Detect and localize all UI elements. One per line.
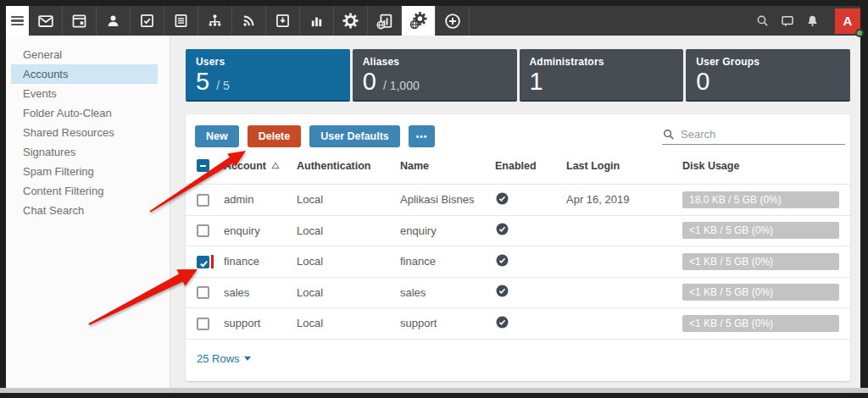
mail-icon — [36, 12, 55, 30]
new-item-button[interactable] — [436, 6, 470, 36]
sidebar-item-folder-auto-clean[interactable]: Folder Auto-Clean — [11, 103, 158, 123]
tab-rss-feeds[interactable] — [232, 6, 266, 36]
new-button[interactable]: New — [195, 125, 239, 147]
stat-label: Users — [196, 56, 340, 68]
disk-usage-badge: 18.0 KB / 5 GB (0%) — [682, 191, 839, 208]
user-defaults-button[interactable]: User Defaults — [309, 125, 400, 147]
stat-card-user-groups[interactable]: User Groups 0 — [686, 49, 850, 102]
stat-card-administrators[interactable]: Administrators 1 — [520, 49, 684, 102]
stat-card-aliases[interactable]: Aliases 0 / 1,000 — [353, 49, 517, 102]
stat-value: 1 — [530, 68, 543, 95]
notifications-button[interactable] — [805, 14, 820, 28]
column-header-account[interactable]: Account — [224, 160, 297, 172]
disk-usage-badge: <1 KB / 5 GB (0%) — [682, 315, 839, 332]
app-window: A General Accounts Events Folder Auto-Cl… — [6, 6, 860, 388]
table-row[interactable]: admin Local Aplikasi Bisnes Apr 16, 2019… — [186, 184, 850, 215]
sidebar-item-accounts[interactable]: Accounts — [11, 64, 158, 84]
chart-globe-icon — [376, 12, 394, 30]
row-checkbox-finance-checked[interactable] — [197, 256, 209, 268]
tab-reports[interactable] — [300, 6, 334, 36]
row-checkbox[interactable] — [197, 224, 209, 237]
sidebar-item-spam-filtering[interactable]: Spam Filtering — [11, 162, 158, 181]
tab-mail[interactable] — [29, 6, 63, 36]
cell-name: finance — [400, 255, 495, 268]
rows-per-page-selector[interactable]: 25 Rows — [197, 352, 251, 365]
stat-label: User Groups — [696, 56, 840, 68]
rss-icon — [240, 12, 258, 30]
table-row[interactable]: finance Local finance <1 KB / 5 GB (0%) — [186, 246, 850, 277]
calendar-icon — [70, 12, 88, 30]
main-panel: Users 5 / 5 Aliases 0 / 1,000 Administra… — [170, 36, 860, 388]
row-checkbox[interactable] — [197, 194, 209, 207]
search-button[interactable] — [755, 14, 770, 28]
delete-button[interactable]: Delete — [248, 125, 302, 147]
avatar-letter: A — [843, 14, 853, 28]
sitemap-icon — [206, 12, 224, 30]
select-all-checkbox[interactable] — [197, 159, 209, 172]
sidebar-item-content-filtering[interactable]: Content Filtering — [11, 181, 158, 201]
stat-label: Aliases — [363, 56, 507, 68]
more-actions-button[interactable]: ••• — [409, 125, 436, 147]
menu-toggle-button[interactable] — [6, 6, 29, 36]
table-row[interactable]: sales Local sales <1 KB / 5 GB (0%) — [186, 277, 850, 308]
tab-domain-settings[interactable] — [402, 6, 436, 36]
column-header-disk-usage[interactable]: Disk Usage — [682, 160, 839, 172]
tab-contacts[interactable] — [97, 6, 131, 36]
tab-calendar[interactable] — [63, 6, 97, 36]
cell-authentication: Local — [297, 286, 400, 299]
chevron-down-icon — [244, 357, 251, 361]
cell-authentication: Local — [297, 317, 400, 329]
tab-domain-reports[interactable] — [368, 6, 402, 36]
tab-connections[interactable] — [198, 6, 232, 36]
disk-usage-badge: <1 KB / 5 GB (0%) — [682, 253, 839, 270]
sidebar-item-signatures[interactable]: Signatures — [11, 142, 158, 162]
column-header-authentication[interactable]: Authentication — [297, 160, 400, 172]
users-table-card: New Delete User Defaults ••• — [186, 114, 850, 381]
column-header-name[interactable]: Name — [400, 160, 495, 172]
enabled-check-icon — [495, 222, 509, 236]
column-header-last-login[interactable]: Last Login — [566, 160, 682, 172]
stat-suffix: / 5 — [216, 79, 230, 92]
cell-account: admin — [224, 193, 297, 206]
search-icon — [755, 14, 770, 28]
sidebar-item-chat-search[interactable]: Chat Search — [11, 201, 158, 220]
content-area: General Accounts Events Folder Auto-Clea… — [6, 36, 860, 388]
stat-card-users[interactable]: Users 5 / 5 — [186, 49, 350, 102]
topbar: A — [6, 6, 860, 36]
chat-button[interactable] — [780, 14, 795, 29]
avatar[interactable]: A — [835, 8, 860, 34]
table-header-row: Account Authentication Name Enabled Last… — [186, 147, 850, 184]
tab-notes[interactable] — [164, 6, 198, 36]
search-input[interactable] — [681, 128, 845, 141]
contacts-icon — [104, 12, 122, 30]
table-footer: 25 Rows — [186, 339, 850, 381]
sidebar-item-general[interactable]: General — [11, 45, 158, 64]
stat-value: 5 — [196, 68, 209, 95]
table-row[interactable]: support Local support <1 KB / 5 GB (0%) — [186, 307, 850, 339]
bar-chart-icon — [308, 12, 326, 30]
sidebar-item-events[interactable]: Events — [11, 84, 158, 103]
toolbar: New Delete User Defaults ••• — [186, 125, 850, 147]
sidebar-item-shared-resources[interactable]: Shared Resources — [11, 123, 158, 142]
box-download-icon — [274, 12, 292, 30]
cell-authentication: Local — [297, 255, 400, 268]
table-row[interactable]: enquiry Local enquiry <1 KB / 5 GB (0%) — [186, 215, 850, 246]
stat-suffix: / 1,000 — [383, 79, 420, 92]
gear-globe-icon — [409, 11, 428, 30]
row-checkbox[interactable] — [197, 318, 209, 330]
table-search — [662, 128, 845, 145]
tab-file-storage[interactable] — [266, 6, 300, 36]
tab-tasks[interactable] — [131, 6, 164, 36]
cell-account: sales — [224, 286, 297, 299]
sidebar: General Accounts Events Folder Auto-Clea… — [6, 36, 170, 388]
column-header-enabled[interactable]: Enabled — [495, 160, 566, 172]
rows-per-page-label: 25 Rows — [197, 352, 240, 365]
row-checkbox[interactable] — [197, 286, 209, 299]
cell-last-login: Apr 16, 2019 — [566, 193, 682, 206]
cell-name: support — [400, 317, 495, 329]
gear-icon — [342, 12, 359, 30]
checkbox-check-icon — [198, 258, 209, 268]
enabled-check-icon — [495, 253, 509, 268]
tab-settings[interactable] — [334, 6, 368, 36]
notes-icon — [172, 12, 190, 30]
